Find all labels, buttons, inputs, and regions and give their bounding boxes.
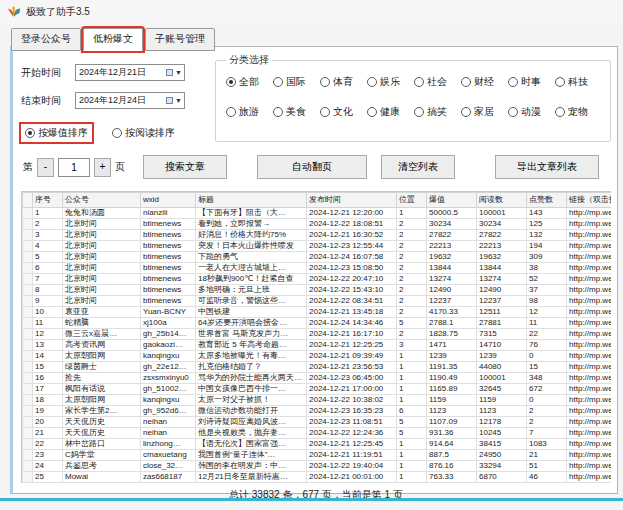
table-row[interactable]: 21天天侃历史neihan他是央视败类，抛弃妻…2024-12-22 12:24… [23,428,612,439]
table-row[interactable]: 17枫阳有话说gh_51002…中国女孩像巴西牛排一…2024-12-21 17… [23,384,612,395]
cell-link[interactable]: http://mp.weixin.qq.com [567,472,612,483]
category-radio[interactable]: 动漫 [508,105,555,119]
table-row[interactable]: 22林中岔路口linzhong…【语无伦次】国家富强…2024-12-21 12… [23,439,612,450]
table-row[interactable]: 11蛇精脑xj100a64岁还要开演唱会捞金…2024-12-24 14:34:… [23,318,612,329]
table-row[interactable]: 16抢先zsxsmxinyu0骂华为的孙院士能再火两天…2024-12-23 0… [23,373,612,384]
start-date-picker[interactable]: 2024年12月21日 ▼ [75,64,185,81]
column-header[interactable]: 标题 [196,193,307,208]
cell-link[interactable]: http://mp.weixin.qq.com [567,307,612,318]
cell-link[interactable]: http://mp.weixin.qq.com [567,362,612,373]
search-articles-button[interactable]: 搜索文章 [143,155,227,179]
table-row[interactable]: 9北京时间btimenews可监听录音，警惕这些…2024-12-22 08:3… [23,296,612,307]
table-row[interactable]: 25Mowaizas66818712月21日冬至最新特惠…2024-12-21 … [23,472,612,483]
cell-link[interactable]: http://mp.weixin.qq.com [567,318,612,329]
table-row[interactable]: 3北京时间btimenews好消息！价格大降约75%2024-12-21 16:… [23,230,612,241]
column-header[interactable]: 公众号 [63,193,141,208]
start-date-dropdown-button[interactable]: ▼ [164,65,184,80]
table-row[interactable]: 15绿茵爵士gh_22e12…扎克伯格结婚了？2024-12-21 23:56:… [23,362,612,373]
category-radio[interactable]: 科技 [555,75,602,89]
category-radio[interactable]: 健康 [367,105,414,119]
table-row[interactable]: 5北京时间btimenews下跪的勇气2024-12-24 16:07:5821… [23,252,612,263]
cell-publish-time: 2024-12-22 18:08:51 [307,219,397,230]
sort-radio[interactable]: 按爆值排序 [21,124,92,142]
table-row[interactable]: 14太原朝阳网kanqingxu太原多地被曝光！有毒…2024-12-21 09… [23,351,612,362]
cell-link[interactable]: http://mp.weixin.qq.com [567,461,612,472]
column-header[interactable]: 发布时间 [307,193,397,208]
table-row[interactable]: 18太原朝阳网kanqingxu太原一对父子被抓！2024-12-22 10:3… [23,395,612,406]
column-header[interactable]: 阅读数 [477,193,527,208]
cell-link[interactable]: http://mp.weixin.qq.com [567,417,612,428]
category-radio[interactable]: 家居 [461,105,508,119]
row-header-cell [23,373,33,384]
table-row[interactable]: 24兵鉴思考close_32…韩国的李在明发声：中…2024-12-22 19:… [23,461,612,472]
auto-flip-page-button[interactable]: 自动翻页 [257,155,367,179]
cell-link[interactable]: http://mp.weixin.qq.com [567,219,612,230]
clear-list-button[interactable]: 清空列表 [381,155,455,179]
column-header[interactable]: 链接（双击打开文章） [567,193,612,208]
cell-index: 21 [33,428,63,439]
category-radio[interactable]: 旅游 [226,105,273,119]
category-radio[interactable]: 宠物 [555,105,602,119]
category-radio[interactable]: 文化 [320,105,367,119]
cell-link[interactable]: http://mp.weixin.qq.com [567,241,612,252]
category-radio[interactable]: 国际 [273,75,320,89]
end-date-dropdown-button[interactable]: ▼ [164,93,184,108]
sort-radio[interactable]: 按阅读排序 [112,126,175,140]
cell-link[interactable]: http://mp.weixin.qq.com [567,384,612,395]
cell-link[interactable]: http://mp.weixin.qq.com [567,263,612,274]
cell-link[interactable]: http://mp.weixin.qq.com [567,329,612,340]
cell-publish-time: 2024-12-21 09:39:49 [307,351,397,362]
table-row[interactable]: 13高考资讯网gaokaozi…教育部近 5 年高考命题…2024-12-21 … [23,340,612,351]
tab-subaccount-manage[interactable]: 子账号管理 [145,28,215,51]
tab-low-fan-viral[interactable]: 低粉爆文 [83,28,143,51]
page-decrement-button[interactable]: - [37,158,54,177]
cell-link[interactable]: http://mp.weixin.qq.com [567,296,612,307]
category-radio[interactable]: 社会 [414,75,461,89]
table-row[interactable]: 6北京时间btimenews一老人在大理古城墙上…2024-12-23 15:0… [23,263,612,274]
export-article-list-button[interactable]: 导出文章列表 [495,155,599,179]
column-header[interactable]: 点赞数 [527,193,567,208]
cell-read-count: 30234 [477,219,527,230]
table-row[interactable]: 19家长学生第2…gh_952d6…微信运动步数功能打开2024-12-23 1… [23,406,612,417]
table-row[interactable]: 7北京时间btimenews18秒飙到900℃！赶紧自查2024-12-22 2… [23,274,612,285]
category-radio[interactable]: 娱乐 [367,75,414,89]
table-row[interactable]: 23C妈学堂cmaxuetang我国首例“量子连体”…2024-12-21 11… [23,450,612,461]
page-number-input[interactable] [58,158,90,177]
table-row[interactable]: 10袁亚亚Yuan-BCNY中国铁建2024-12-21 13:45:18241… [23,307,612,318]
cell-link[interactable]: http://mp.weixin.qq.com [567,208,612,219]
table-row[interactable]: 20天天侃历史neihan刘诗诗疑回应离婚风波…2024-12-23 11:08… [23,417,612,428]
table-row[interactable]: 1兔兔和汤圆nianziii【下面有牙】阻击（大…2024-12-21 12:2… [23,208,612,219]
cell-publish-time: 2024-12-22 08:34:51 [307,296,397,307]
page-increment-button[interactable]: + [94,158,111,177]
cell-link[interactable]: http://mp.weixin.qq.com [567,274,612,285]
table-row[interactable]: 4北京时间btimenews突发！日本火山爆炸性喷发2024-12-23 12:… [23,241,612,252]
category-radio[interactable]: 美食 [273,105,320,119]
cell-link[interactable]: http://mp.weixin.qq.com [567,439,612,450]
cell-account: 林中岔路口 [63,439,141,450]
category-radio[interactable]: 全部 [226,75,273,89]
tab-login-account[interactable]: 登录公众号 [11,28,81,51]
category-radio[interactable]: 体育 [320,75,367,89]
cell-burst-value: 876.16 [427,461,477,472]
cell-link[interactable]: http://mp.weixin.qq.com [567,285,612,296]
column-header[interactable]: 序号 [33,193,63,208]
category-radio[interactable]: 搞笑 [414,105,461,119]
cell-link[interactable]: http://mp.weixin.qq.com [567,351,612,362]
column-header[interactable]: wxid [141,193,196,208]
cell-link[interactable]: http://mp.weixin.qq.com [567,428,612,439]
cell-link[interactable]: http://mp.weixin.qq.com [567,406,612,417]
table-row[interactable]: 2北京时间btimenews看到她，立即报警→2024-12-22 18:08:… [23,219,612,230]
cell-link[interactable]: http://mp.weixin.qq.com [567,450,612,461]
cell-link[interactable]: http://mp.weixin.qq.com [567,373,612,384]
cell-link[interactable]: http://mp.weixin.qq.com [567,340,612,351]
table-row[interactable]: 8北京时间btimenews多地明确：元旦上班2024-12-22 15:43:… [23,285,612,296]
end-date-picker[interactable]: 2024年12月24日 ▼ [75,92,185,109]
cell-link[interactable]: http://mp.weixin.qq.com [567,230,612,241]
column-header[interactable]: 位置 [397,193,427,208]
table-row[interactable]: 12微三云x嘉晨…gh_25b14…世界首富 马斯克发声力…2024-12-21… [23,329,612,340]
column-header[interactable]: 爆值 [427,193,477,208]
cell-link[interactable]: http://mp.weixin.qq.com [567,252,612,263]
cell-link[interactable]: http://mp.weixin.qq.com [567,395,612,406]
category-radio[interactable]: 时事 [508,75,555,89]
category-radio[interactable]: 财经 [461,75,508,89]
